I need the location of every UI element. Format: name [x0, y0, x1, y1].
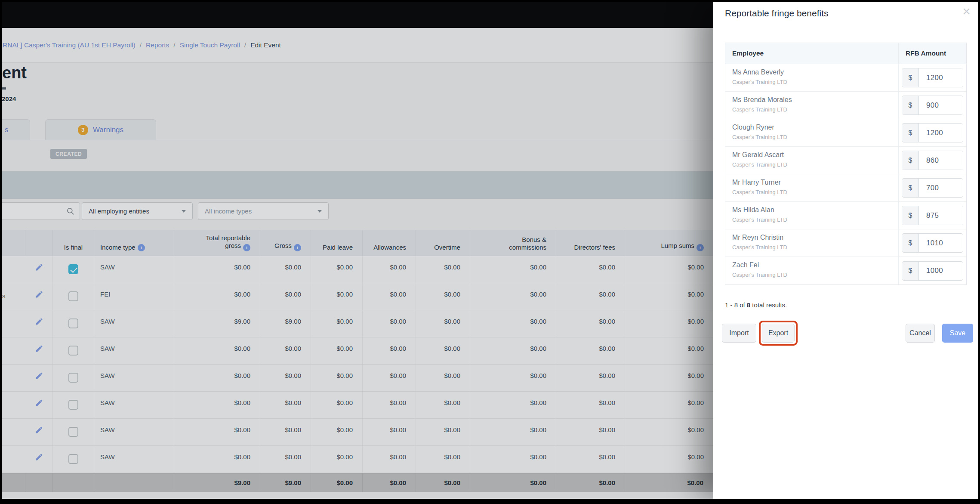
edit-button[interactable] — [25, 419, 53, 445]
employee-row: Ms Hilda AlanCasper's Training LTD$ — [725, 202, 966, 229]
header-employee-fragment — [2, 230, 25, 256]
is-final-checkbox[interactable] — [68, 400, 78, 410]
currency-prefix: $ — [902, 234, 919, 252]
header-lump-sums: Lump sums — [625, 230, 713, 256]
payment-row: SAW$0.00$0.00$0.00$0.00$0.00$0.00$0.00$0… — [2, 446, 713, 473]
amount-cell: $0.00 — [260, 392, 311, 418]
reportable-fringe-benefits-modal: Reportable fringe benefits × Employee RF… — [713, 2, 978, 499]
income-type-cell: SAW — [94, 310, 174, 337]
search-input[interactable] — [2, 202, 80, 220]
edit-button[interactable] — [25, 392, 53, 418]
app-top-bar — [2, 2, 713, 28]
income-types-dropdown[interactable]: All income types — [198, 202, 329, 220]
rfb-amount-input[interactable] — [919, 68, 963, 87]
employing-entities-dropdown[interactable]: All employing entities — [82, 202, 193, 220]
edit-button[interactable] — [25, 365, 53, 391]
amount-cell: $0.00 — [625, 310, 713, 337]
is-final-checkbox[interactable] — [68, 454, 78, 464]
amount-cell: $0.00 — [416, 365, 470, 391]
is-final-checkbox[interactable] — [68, 264, 78, 274]
amount-cell: $0.00 — [556, 337, 625, 364]
payment-row: s FEI$0.00$0.00$0.00$0.00$0.00$0.00$0.00… — [2, 283, 713, 310]
is-final-checkbox[interactable] — [68, 291, 78, 301]
total-amount-cell: $0.00 — [625, 473, 713, 492]
amount-cell: $0.00 — [174, 392, 260, 418]
rfb-amount-cell: $ — [898, 147, 966, 174]
amount-cell: $0.00 — [416, 446, 470, 473]
rfb-amount-input[interactable] — [919, 96, 963, 114]
header-total-reportable-gross: Total reportable gross — [174, 230, 260, 256]
rfb-amount-input[interactable] — [919, 179, 963, 197]
employee-name-fragment — [2, 310, 25, 337]
breadcrumb-stp-link[interactable]: Single Touch Payroll — [180, 41, 240, 49]
edit-icon — [35, 426, 43, 434]
chevron-down-icon — [317, 210, 322, 213]
total-amount-cell: $9.00 — [260, 473, 311, 492]
warning-count-badge: 3 — [78, 125, 88, 135]
amount-cell: $0.00 — [556, 365, 625, 391]
rfb-amount-input[interactable] — [919, 124, 963, 142]
info-icon[interactable] — [243, 244, 250, 251]
edit-icon — [35, 371, 43, 380]
employee-company: Casper's Training LTD — [732, 272, 898, 278]
amount-cell: $0.00 — [174, 337, 260, 364]
amount-cell: $0.00 — [311, 365, 363, 391]
amount-cell: $0.00 — [625, 365, 713, 391]
payment-row: SAW$0.00$0.00$0.00$0.00$0.00$0.00$0.00$0… — [2, 365, 713, 392]
save-button[interactable]: Save — [942, 324, 973, 343]
info-icon[interactable] — [294, 244, 301, 251]
rfb-amount-input[interactable] — [919, 262, 963, 280]
employee-company: Casper's Training LTD — [732, 161, 898, 168]
employee-row: Ms Anna BeverlyCasper's Training LTD$ — [725, 64, 966, 92]
is-final-checkbox[interactable] — [68, 427, 78, 437]
rfb-table-header: Employee RFB Amount — [725, 43, 966, 64]
rfb-amount-input[interactable] — [919, 151, 963, 170]
rfb-amount-input[interactable] — [919, 206, 963, 225]
export-button[interactable]: Export — [762, 324, 795, 343]
breadcrumb-reports-link[interactable]: Reports — [146, 41, 169, 49]
is-final-checkbox[interactable] — [68, 318, 78, 328]
header-allowances: Allowances — [363, 230, 416, 256]
income-type-cell: SAW — [94, 446, 174, 473]
edit-icon — [35, 399, 43, 407]
rfb-amount-input[interactable] — [919, 234, 963, 252]
tab-warnings[interactable]: 3 Warnings — [45, 119, 156, 140]
employee-name: Mr Harry Turner — [732, 179, 898, 186]
close-icon[interactable]: × — [962, 3, 971, 19]
is-final-checkbox[interactable] — [68, 373, 78, 383]
edit-button[interactable] — [25, 446, 53, 473]
chevron-down-icon — [182, 210, 186, 213]
amount-cell: $0.00 — [625, 392, 713, 418]
edit-button[interactable] — [25, 310, 53, 337]
amount-cell: $0.00 — [363, 283, 416, 310]
tabs-bar: s 3 Warnings — [2, 120, 713, 140]
rfb-header-amount: RFB Amount — [898, 43, 966, 64]
edit-button[interactable] — [25, 337, 53, 364]
amount-cell: $0.00 — [174, 446, 260, 473]
amount-cell: $0.00 — [556, 392, 625, 418]
cancel-button[interactable]: Cancel — [906, 324, 935, 343]
amount-cell: $0.00 — [416, 283, 470, 310]
header-bonus-commissions: Bonus & commissions — [470, 230, 556, 256]
is-final-checkbox[interactable] — [68, 346, 78, 356]
employee-company: Casper's Training LTD — [732, 134, 898, 140]
employee-cell: Clough RynerCasper's Training LTD — [725, 119, 898, 146]
amount-cell: $0.00 — [363, 446, 416, 473]
is-final-cell — [53, 365, 94, 391]
breadcrumb-business-link[interactable]: RNAL] Casper's Training (AU 1st EH Payro… — [3, 41, 136, 49]
tab-partial[interactable]: s — [2, 119, 30, 140]
rfb-amount-cell: $ — [898, 229, 966, 257]
import-button[interactable]: Import — [722, 324, 756, 343]
employee-name-fragment — [2, 365, 25, 391]
total-amount-cell: $0.00 — [470, 473, 556, 492]
amount-cell: $0.00 — [260, 337, 311, 364]
rfb-amount-input-group: $ — [902, 123, 963, 142]
rfb-header-employee: Employee — [725, 43, 898, 64]
edit-button[interactable] — [25, 256, 53, 283]
employee-row: Mr Gerald AscartCasper's Training LTD$ — [725, 147, 966, 174]
employee-company: Casper's Training LTD — [732, 106, 898, 113]
info-icon[interactable] — [696, 244, 704, 251]
info-icon[interactable] — [138, 244, 145, 251]
edit-button[interactable] — [25, 283, 53, 310]
employee-cell: Ms Hilda AlanCasper's Training LTD — [725, 202, 898, 229]
